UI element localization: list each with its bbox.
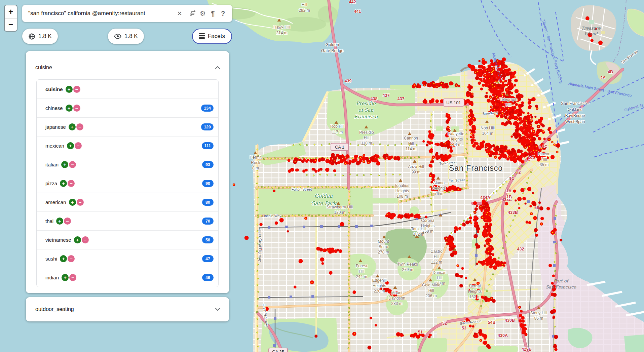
facet-include-button[interactable]: + [66,105,73,112]
facet-row: japanese+−120 [37,117,218,136]
map-label: Rincon [538,152,550,156]
facet-include-button[interactable]: + [66,86,73,93]
facet-include-button[interactable]: + [61,161,68,168]
clear-icon[interactable]: × [175,9,185,18]
facet-include-button[interactable]: + [62,274,69,281]
map-label: US 101 [446,100,461,105]
facet-include-button[interactable]: + [60,255,67,262]
map-label: 442 [349,0,356,4]
facet-row: italian+−93 [37,155,218,174]
map-label: 52 [442,321,447,326]
facet-label: american [45,199,66,205]
facet-exclude-button[interactable]: − [69,161,76,168]
map-label: Heights [373,283,386,288]
zoom-in-button[interactable]: + [5,5,17,18]
chevron-down-icon[interactable] [215,308,220,311]
map-label: 437 [397,96,405,101]
facet-include-button[interactable]: + [74,236,81,243]
map-label: Golden [314,193,333,199]
map-label: 117 m [332,130,343,134]
map-label: Anza Hill [408,164,424,169]
facet-label: italian [45,162,59,167]
station-icon [338,225,340,228]
facet-include-button[interactable]: + [56,218,63,225]
facet-exclude-button[interactable]: − [68,180,75,187]
facet-exclude-button[interactable]: − [82,236,89,243]
map-label: Rock [251,160,260,165]
facet-include-button[interactable]: + [67,142,74,149]
facet-exclude-button[interactable]: − [69,274,76,281]
globe-icon [28,33,35,40]
facet-exclude-button[interactable]: − [76,123,83,130]
map-label: Hill [434,255,440,259]
map-label: 182 m [413,232,424,237]
facet-row: chinese+−134 [37,99,218,117]
map-label: Oakland [568,107,583,112]
search-input[interactable] [28,10,175,17]
map-label: 278 m [378,250,389,255]
map-label: Hawk Hill [273,25,290,30]
map-label: Fulton Street [292,187,312,191]
pilcrow-icon[interactable]: ¶ [208,10,218,17]
facet-group-collapsed[interactable]: outdoor_seating [26,297,229,321]
facet-include-button[interactable]: + [69,123,76,130]
station-icon [303,226,305,228]
map-label: Sutro [379,244,388,249]
map-label: 433B [508,210,518,215]
settings-gear-icon[interactable]: ⚙ [198,9,208,17]
facet-row: thai+−70 [37,211,218,230]
facet-exclude-button[interactable]: − [64,218,71,225]
help-icon[interactable]: ? [218,10,228,17]
facet-row: sushi+−47 [37,249,218,268]
map-label: 430B [505,318,515,323]
map-label: Tank Hill [411,227,426,231]
map-label: Hill [359,269,365,274]
facet-row: mexican+−111 [37,136,218,155]
facet-row: cuisine+− [37,80,218,99]
map-label: 2 [519,170,521,175]
map-label: 283 m [391,301,402,306]
total-count-value: 1.8 K [38,33,52,40]
facet-count-badge: 111 [202,142,214,149]
map-label: 56 [534,205,539,210]
map-label: 437 [383,93,390,98]
total-count-chip[interactable]: 1.8 K [22,29,58,44]
map-label: Nob Hill [481,126,495,130]
facet-exclude-button[interactable]: − [75,142,82,149]
zoom-out-button[interactable]: − [5,18,17,31]
map-label: 430A [498,333,508,338]
facets-button[interactable]: Facets [192,29,232,44]
map-label: of San [358,107,374,113]
facet-exclude-button[interactable]: − [73,105,80,112]
route-icon[interactable] [188,9,198,18]
map-label: Alamo [433,181,445,185]
station-icon [320,225,323,228]
station-icon [285,226,288,228]
map-label: Gate Park [311,200,337,206]
map-label: 54B [488,320,496,325]
facet-exclude-button[interactable]: − [77,199,84,206]
facet-include-button[interactable]: + [60,180,67,187]
facet-label: pizza [45,181,57,186]
facet-exclude-button[interactable]: − [68,255,75,262]
map-label: 114 m [451,142,461,147]
station-icon [554,217,556,220]
station-icon [274,317,276,320]
chevron-up-icon[interactable] [215,66,220,69]
map-label: 51 [418,330,423,335]
map-label: Heights [395,189,409,193]
facet-include-button[interactable]: + [69,199,76,206]
map-label: Hill [364,135,370,140]
map-label: Lafayette [448,131,464,136]
map-label: Twin Peaks [397,262,418,267]
map-label: CA 1 [335,145,344,150]
map-label: 282 m [299,8,310,13]
facets-button-label: Facets [208,33,225,40]
facet-exclude-button[interactable]: − [73,86,80,93]
facet-list: cuisine+−chinese+−134japanese+−120mexica… [36,79,219,287]
visible-count-chip[interactable]: 1.8 K [108,29,144,44]
facet-label: japanese [45,124,66,130]
station-icon [355,225,358,228]
facet-label: vietnamese [45,237,71,243]
map-label: Hermit [250,155,262,160]
